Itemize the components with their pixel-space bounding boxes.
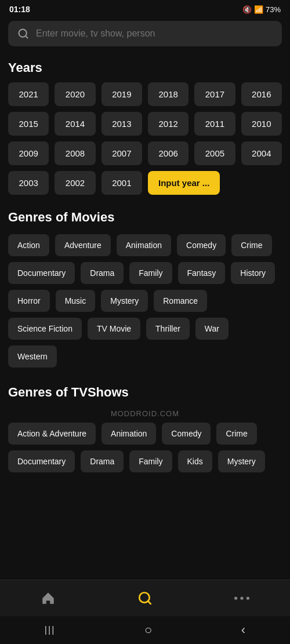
genres-tv-title: Genres of TVShows: [0, 379, 290, 407]
tv-genre-action-&-adventure[interactable]: Action & Adventure: [8, 423, 96, 445]
year-button-2018[interactable]: 2018: [148, 82, 188, 106]
years-section-title: Years: [0, 54, 290, 82]
movie-genre-western[interactable]: Western: [8, 345, 57, 368]
tv-genre-comedy[interactable]: Comedy: [162, 423, 211, 445]
svg-line-1: [26, 36, 28, 38]
year-button-2017[interactable]: 2017: [194, 82, 235, 106]
movie-genre-drama[interactable]: Drama: [81, 262, 124, 284]
nav-home-button[interactable]: [29, 588, 67, 608]
search-input[interactable]: [36, 28, 273, 39]
tv-genre-animation[interactable]: Animation: [102, 423, 156, 445]
year-button-2016[interactable]: 2016: [241, 82, 282, 106]
movie-genre-fantasy[interactable]: Fantasy: [178, 262, 226, 284]
year-button-2013[interactable]: 2013: [102, 112, 142, 136]
year-button-2010[interactable]: 2010: [241, 112, 282, 136]
android-recents-button[interactable]: |||: [33, 620, 67, 640]
search-bar[interactable]: [8, 21, 282, 46]
movie-genre-crime[interactable]: Crime: [231, 234, 271, 256]
movie-genre-thriller[interactable]: Thriller: [146, 318, 190, 340]
year-button-2002[interactable]: 2002: [55, 171, 95, 195]
year-button-2004[interactable]: 2004: [241, 141, 282, 165]
year-button-2014[interactable]: 2014: [55, 112, 95, 136]
year-button-2006[interactable]: 2006: [148, 141, 188, 165]
movie-genres-container: ActionAdventureAnimationComedyCrimeDocum…: [0, 232, 290, 379]
movie-genre-mystery[interactable]: Mystery: [101, 290, 148, 312]
mute-icon: 🔇: [242, 5, 252, 14]
year-button-2007[interactable]: 2007: [102, 141, 142, 165]
svg-line-3: [148, 601, 151, 604]
year-button-2011[interactable]: 2011: [194, 112, 235, 136]
year-button-2008[interactable]: 2008: [55, 141, 95, 165]
nav-more-button[interactable]: [223, 594, 261, 603]
svg-point-6: [246, 596, 249, 599]
nav-search-button[interactable]: [126, 588, 164, 608]
svg-point-5: [240, 596, 243, 599]
status-right: 🔇 📶 73%: [242, 5, 281, 14]
movie-genre-science-fiction[interactable]: Science Fiction: [8, 318, 82, 340]
tv-genre-drama[interactable]: Drama: [81, 450, 124, 472]
year-button-2021[interactable]: 2021: [8, 82, 49, 106]
android-back-button[interactable]: ‹: [230, 618, 257, 642]
wifi-icon: 📶: [254, 5, 263, 14]
year-button-2003[interactable]: 2003: [8, 171, 49, 195]
android-nav: ||| ○ ‹: [0, 616, 290, 644]
status-time: 01:18: [9, 5, 30, 14]
year-button-2009[interactable]: 2009: [8, 141, 49, 165]
year-button-2020[interactable]: 2020: [55, 82, 95, 106]
tv-genre-documentary[interactable]: Documentary: [8, 450, 75, 472]
year-button-2001[interactable]: 2001: [102, 171, 142, 195]
movie-genre-history[interactable]: History: [231, 262, 275, 284]
movie-genre-adventure[interactable]: Adventure: [55, 234, 111, 256]
search-icon: [17, 28, 29, 39]
tv-genre-family[interactable]: Family: [129, 450, 172, 472]
bottom-nav: [0, 580, 290, 616]
genres-movies-title: Genres of Movies: [0, 204, 290, 232]
movie-genre-action[interactable]: Action: [8, 234, 49, 256]
movie-genre-war[interactable]: War: [195, 318, 229, 340]
movie-genre-romance[interactable]: Romance: [154, 290, 207, 312]
watermark: MODDROID.COM: [0, 407, 290, 420]
android-home-button[interactable]: ○: [133, 618, 164, 642]
years-grid: 2021202020192018201720162015201420132012…: [0, 82, 290, 204]
input-year-button[interactable]: Input year ...: [148, 171, 220, 195]
movie-genre-animation[interactable]: Animation: [117, 234, 171, 256]
battery-icon: 73%: [266, 5, 281, 14]
year-button-2019[interactable]: 2019: [102, 82, 142, 106]
year-button-2015[interactable]: 2015: [8, 112, 49, 136]
movie-genre-comedy[interactable]: Comedy: [177, 234, 226, 256]
tv-genre-mystery[interactable]: Mystery: [218, 450, 265, 472]
status-bar: 01:18 🔇 📶 73%: [0, 0, 290, 17]
year-button-2012[interactable]: 2012: [148, 112, 188, 136]
tv-genre-kids[interactable]: Kids: [178, 450, 212, 472]
movie-genre-horror[interactable]: Horror: [8, 290, 50, 312]
movie-genre-documentary[interactable]: Documentary: [8, 262, 75, 284]
movie-genre-tv-movie[interactable]: TV Movie: [88, 318, 140, 340]
movie-genre-music[interactable]: Music: [56, 290, 96, 312]
movie-genre-family[interactable]: Family: [129, 262, 172, 284]
tv-genres-container: Action & AdventureAnimationComedyCrimeDo…: [0, 420, 290, 484]
year-button-2005[interactable]: 2005: [194, 141, 235, 165]
svg-point-4: [234, 596, 237, 599]
tv-genre-crime[interactable]: Crime: [216, 423, 256, 445]
